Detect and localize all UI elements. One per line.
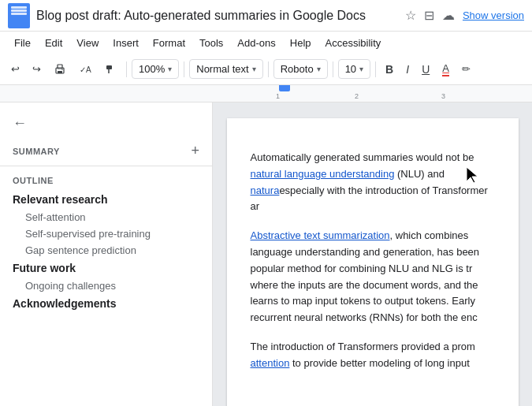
divider-3	[268, 61, 269, 77]
menu-edit[interactable]: Edit	[39, 35, 69, 51]
folder-icon[interactable]: ⊟	[424, 8, 434, 23]
font-size-chevron: ▾	[359, 65, 363, 73]
font-dropdown[interactable]: Roboto ▾	[273, 59, 328, 79]
svg-rect-5	[106, 65, 112, 69]
highlight-button[interactable]: ✏	[457, 60, 475, 78]
doc-link-abstractive[interactable]: Abstractive text summarization	[251, 229, 390, 241]
outline-item-relevant-research[interactable]: Relevant research	[0, 190, 212, 209]
ruler-mark-2: 2	[355, 85, 359, 102]
toolbar: ↩ ↪ ✓A 100% ▾ Normal text ▾ Roboto ▾ 10	[0, 54, 532, 85]
ruler: 1 2 3	[0, 85, 532, 102]
menu-file[interactable]: File	[8, 35, 37, 51]
doc-icon	[8, 3, 30, 28]
ruler-cursor	[279, 85, 290, 91]
title-bar: Blog post draft: Auto-generated summarie…	[0, 0, 532, 32]
text-style-dropdown[interactable]: Normal text ▾	[189, 59, 262, 79]
sidebar-add-button[interactable]: +	[191, 143, 199, 159]
italic-button[interactable]: I	[401, 60, 414, 79]
doc-paragraph-3: The introduction of Transformers provide…	[251, 339, 495, 372]
doc-paragraph-1: Automatically generated summaries would …	[251, 150, 495, 215]
divider-1	[126, 61, 127, 77]
font-size-dropdown[interactable]: 10 ▾	[338, 59, 370, 79]
star-icon[interactable]: ☆	[405, 8, 416, 23]
doc-paragraph-2: Abstractive text summarization, which co…	[251, 228, 495, 326]
zoom-chevron: ▾	[168, 65, 172, 73]
font-color-button[interactable]: A	[437, 59, 454, 80]
menu-addons[interactable]: Add-ons	[231, 35, 281, 51]
outline-item-self-supervised[interactable]: Self-supervised pre-training	[0, 225, 212, 242]
menu-tools[interactable]: Tools	[193, 35, 229, 51]
sidebar: ← SUMMARY + OUTLINE Relevant research Se…	[0, 102, 213, 406]
svg-point-3	[61, 69, 63, 70]
menu-help[interactable]: Help	[284, 35, 318, 51]
cloud-icon[interactable]: ☁	[442, 8, 455, 23]
format-paint-button[interactable]	[99, 60, 121, 79]
outline-item-self-attention[interactable]: Self-attention	[0, 209, 212, 225]
bold-button[interactable]: B	[381, 60, 398, 79]
menu-accessibility[interactable]: Accessibility	[319, 35, 388, 51]
divider-5	[375, 61, 376, 77]
zoom-dropdown[interactable]: 100% ▾	[132, 59, 179, 79]
doc-page: Automatically generated summaries would …	[227, 118, 519, 406]
svg-rect-2	[58, 71, 62, 73]
doc-link-nlu[interactable]: natural language understanding	[251, 168, 395, 180]
font-chevron: ▾	[317, 65, 321, 73]
menu-view[interactable]: View	[70, 35, 105, 51]
divider-2	[184, 61, 184, 77]
print-button[interactable]	[49, 60, 71, 79]
doc-area: Automatically generated summaries would …	[213, 102, 532, 406]
outline-item-future-work[interactable]: Future work	[0, 259, 212, 277]
summary-label: SUMMARY	[13, 147, 60, 156]
spellcheck-icon: ✓A	[79, 63, 91, 76]
menu-format[interactable]: Format	[147, 35, 192, 51]
outline-label: OUTLINE	[0, 166, 212, 190]
spellcheck-button[interactable]: ✓A	[74, 60, 96, 79]
redo-button[interactable]: ↪	[28, 60, 46, 78]
sidebar-summary-row: SUMMARY +	[0, 136, 212, 166]
show-version-link[interactable]: Show version	[463, 9, 524, 21]
ruler-mark-3: 3	[441, 85, 445, 102]
main-layout: ← SUMMARY + OUTLINE Relevant research Se…	[0, 102, 532, 406]
sidebar-back-button[interactable]: ←	[0, 110, 212, 136]
outline-item-acknowledgements[interactable]: Acknowledgements	[0, 294, 212, 313]
underline-button[interactable]: U	[417, 60, 434, 79]
divider-4	[333, 61, 333, 77]
text-style-chevron: ▾	[252, 65, 256, 73]
doc-link-attention[interactable]: attention	[251, 357, 290, 369]
title-icons: ☆ ⊟ ☁ Show version	[405, 8, 524, 23]
paint-icon	[104, 63, 117, 76]
doc-title: Blog post draft: Auto-generated summarie…	[36, 9, 405, 23]
undo-button[interactable]: ↩	[6, 60, 24, 78]
menu-bar: File Edit View Insert Format Tools Add-o…	[0, 32, 532, 54]
outline-item-ongoing-challenges[interactable]: Ongoing challenges	[0, 277, 212, 294]
print-icon	[54, 63, 66, 76]
menu-insert[interactable]: Insert	[106, 35, 145, 51]
svg-text:✓A: ✓A	[80, 65, 91, 74]
outline-item-gap-sentence[interactable]: Gap sentence prediction	[0, 242, 212, 259]
doc-link-natura[interactable]: natura	[251, 184, 280, 196]
